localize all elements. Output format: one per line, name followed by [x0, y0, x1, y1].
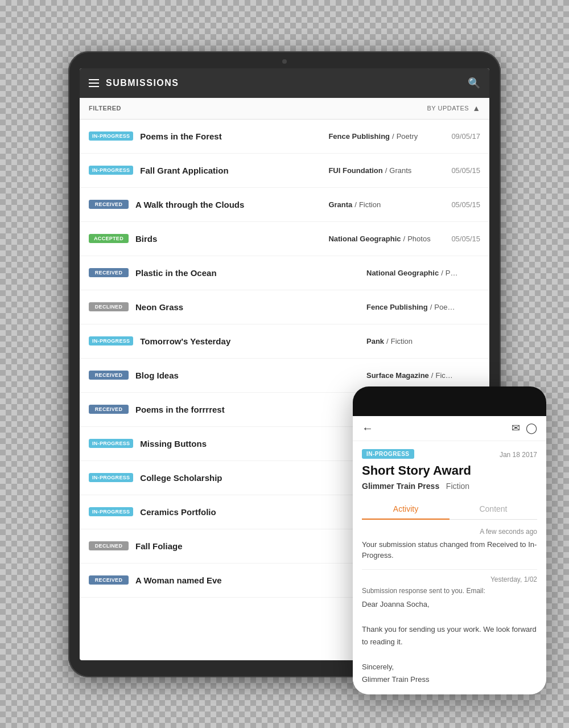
header-left: SUBMISSIONS [89, 78, 179, 88]
back-icon[interactable]: ← [362, 422, 373, 435]
hamburger-icon[interactable] [89, 79, 99, 87]
filter-right: BY UPDATES ▲ [427, 104, 480, 113]
status-badge: IN-PROGRESS [89, 336, 133, 346]
phone-nav-bar: ← ✉ ◯ [353, 416, 546, 441]
publisher-name: Fence Publishing [366, 303, 428, 311]
submission-date: 09/05/17 [451, 132, 480, 141]
publisher-separator: / [385, 166, 387, 175]
status-badge: RECEIVED [89, 268, 129, 277]
submission-title: Fall Grant Application [140, 166, 328, 175]
app-title: SUBMISSIONS [106, 78, 179, 88]
publisher-name: Surface Magazine [366, 371, 429, 380]
filter-bar: FILTERED BY UPDATES ▲ [80, 98, 489, 120]
submission-title: Poems in the forrrrest [135, 405, 366, 414]
submission-title: Fall Foliage [135, 541, 366, 551]
phone-tabs: Activity Content [362, 499, 537, 520]
status-badge: RECEIVED [89, 200, 129, 209]
sort-arrow-icon[interactable]: ▲ [472, 104, 480, 113]
table-row[interactable]: RECEIVEDA Walk through the CloudsGranta … [80, 188, 489, 222]
activity-timestamp-2: Yesterday, 1/02 [362, 575, 537, 583]
publisher-name: Fence Publishing [328, 132, 390, 141]
email-body: Dear Joanna Socha, Thank you for sending… [362, 598, 537, 686]
submission-title: Neon Grass [135, 302, 366, 312]
submission-meta: National Geographic / Photos [328, 235, 442, 243]
phone-publisher: Glimmer Train Press Fiction [362, 482, 537, 491]
activity-text-1: Your submission status changed from Rece… [362, 539, 537, 561]
publisher-separator: / [430, 303, 432, 311]
nav-icons: ✉ ◯ [512, 422, 537, 434]
status-badge: IN-PROGRESS [89, 473, 133, 482]
submission-date: 05/05/15 [451, 235, 480, 243]
publisher-separator: / [441, 269, 443, 277]
phone-publisher-category: Fiction [446, 482, 469, 491]
submission-title: Poems in the Forest [140, 131, 328, 141]
table-row[interactable]: ACCEPTEDBirdsNational Geographic / Photo… [80, 222, 489, 256]
table-row[interactable]: RECEIVEDPlastic in the OceanNational Geo… [80, 256, 489, 290]
submission-title: Birds [135, 234, 328, 244]
submission-meta: Fence Publishing / Poetry [328, 132, 442, 141]
submission-title: Ceramics Portfolio [140, 507, 366, 517]
activity-section: A few seconds ago Your submission status… [362, 528, 537, 686]
category: Grants [389, 166, 411, 175]
status-badge: RECEIVED [89, 575, 129, 585]
activity-divider [362, 569, 537, 570]
status-badge: IN-PROGRESS [89, 507, 133, 516]
submission-title: A Walk through the Clouds [135, 200, 328, 209]
status-badge: IN-PROGRESS [89, 166, 133, 175]
table-row[interactable]: DECLINEDNeon GrassFence Publishing / Poe… [80, 290, 489, 324]
phone-date: Jan 18 2017 [500, 451, 537, 459]
publisher-name: Pank [366, 337, 384, 346]
publisher-name: FUI Foundation [328, 166, 382, 175]
publisher-separator: / [386, 337, 389, 346]
table-row[interactable]: IN-PROGRESSPoems in the ForestFence Publ… [80, 120, 489, 154]
category: Poetry [397, 132, 418, 141]
submission-meta: FUI Foundation / Grants [328, 166, 442, 175]
search-icon[interactable]: 🔍 [468, 77, 480, 89]
submission-meta: Pank / Fiction [366, 337, 480, 346]
phone-submission-title: Short Story Award [362, 463, 537, 478]
filtered-label: FILTERED [89, 105, 121, 112]
status-badge: DECLINED [89, 302, 129, 311]
tab-activity[interactable]: Activity [362, 499, 450, 519]
status-badge: RECEIVED [89, 405, 129, 414]
email-icon[interactable]: ✉ [512, 422, 520, 434]
activity-timestamp-1: A few seconds ago [362, 528, 537, 536]
phone-device: ← ✉ ◯ IN-PROGRESS Jan 18 2017 Short Stor… [353, 386, 546, 694]
publisher-separator: / [431, 371, 434, 380]
tablet-camera [282, 59, 287, 64]
submission-title: Tomorrow's Yesterday [140, 336, 366, 346]
status-badge: IN-PROGRESS [89, 439, 133, 448]
by-updates-label: BY UPDATES [427, 105, 469, 112]
publisher-separator: / [403, 235, 406, 243]
email-salutation: Dear Joanna Socha, [362, 598, 537, 611]
phone-top-bar [353, 386, 546, 416]
submission-meta: National Geographic / P… [366, 269, 480, 277]
submission-meta: Granta / Fiction [328, 200, 442, 209]
publisher-separator: / [392, 132, 394, 141]
email-closing: Sincerely, [362, 661, 537, 673]
category: Fic… [435, 371, 452, 380]
submission-title: A Woman named Eve [135, 575, 366, 585]
submission-date: 05/05/15 [451, 200, 480, 209]
submission-title: Plastic in the Ocean [135, 268, 366, 278]
email-signature: Glimmer Train Press [362, 673, 537, 686]
status-badge: DECLINED [89, 541, 129, 550]
table-row[interactable]: IN-PROGRESSTomorrow's YesterdayPank / Fi… [80, 324, 489, 359]
submission-date: 05/05/15 [451, 166, 480, 175]
table-row[interactable]: IN-PROGRESSFall Grant ApplicationFUI Fou… [80, 154, 489, 188]
submission-meta: Fence Publishing / Poe… [366, 303, 480, 311]
submission-meta: Surface Magazine / Fic… [366, 371, 480, 380]
category: Photos [407, 235, 430, 243]
category: Fiction [359, 200, 381, 209]
status-badge: RECEIVED [89, 371, 129, 380]
chevron-down-icon[interactable]: ◯ [526, 422, 537, 434]
category: P… [446, 269, 458, 277]
category: Poe… [434, 303, 455, 311]
app-header: SUBMISSIONS 🔍 [80, 68, 489, 98]
phone-publisher-name: Glimmer Train Press [362, 482, 439, 491]
status-badge: IN-PROGRESS [89, 131, 133, 141]
email-body-text: Thank you for sending us your work. We l… [362, 623, 537, 648]
submission-title: Missing Buttons [140, 439, 366, 449]
tab-content[interactable]: Content [450, 499, 537, 519]
phone-status-badge: IN-PROGRESS [362, 449, 414, 459]
